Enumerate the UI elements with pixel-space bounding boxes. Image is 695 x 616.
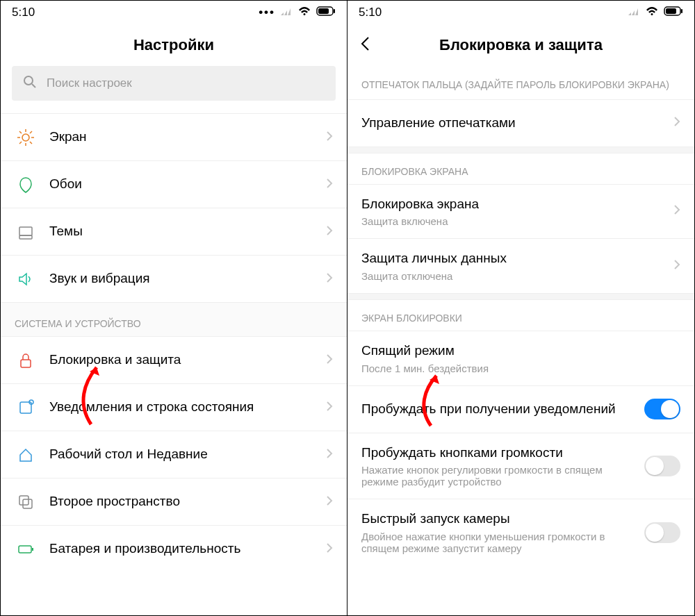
svg-rect-21: [19, 546, 31, 553]
chevron-right-icon: [326, 178, 333, 192]
toggle-switch[interactable]: [644, 399, 680, 419]
svg-line-11: [30, 142, 32, 144]
toggle-switch[interactable]: [644, 522, 680, 543]
row-label: Обои: [49, 176, 313, 193]
svg-rect-1: [334, 9, 335, 13]
battery-performance-icon: [15, 540, 37, 558]
status-bar: 5:10: [348, 1, 694, 24]
row-sub: Нажатие кнопок регулировки громкости в с…: [361, 464, 632, 488]
wifi-icon: [645, 6, 659, 19]
row-label: Уведомления и строка состояния: [49, 399, 313, 416]
chevron-right-icon: [326, 272, 333, 286]
row-label: Второе пространство: [49, 493, 313, 510]
status-time: 5:10: [12, 6, 35, 19]
row-quick-camera[interactable]: Быстрый запуск камеры Двойное нажатие кн…: [348, 499, 694, 565]
chevron-right-icon: [326, 401, 333, 415]
lock-icon: [15, 351, 37, 369]
page-header: Блокировка и защита: [348, 24, 694, 66]
row-label: Пробуждать кнопками громкости: [361, 444, 632, 462]
row-screen-lock[interactable]: Блокировка экрана Защита включена: [348, 184, 694, 239]
svg-rect-22: [32, 548, 33, 551]
row-label: Управление отпечатками: [361, 115, 661, 132]
svg-line-10: [19, 131, 22, 133]
row-notifications[interactable]: Уведомления и строка состояния: [1, 383, 347, 431]
status-indicators: •••: [259, 6, 336, 19]
row-sound[interactable]: Звук и вибрация: [1, 255, 347, 302]
lock-security-screen: 5:10 Блокировка и защита ОТПЕЧАТОК ПАЛЬЦ…: [348, 1, 694, 615]
toggle-switch[interactable]: [644, 456, 680, 476]
battery-icon: [664, 6, 683, 19]
row-label: Спящий режим: [361, 342, 680, 360]
chevron-right-icon: [326, 542, 333, 556]
row-label: Блокировка и защита: [49, 351, 313, 369]
row-privacy-protect[interactable]: Защита личных данных Защита отключена: [348, 238, 694, 293]
search-icon: [23, 75, 37, 92]
search-box[interactable]: [12, 66, 336, 101]
page-title: Настройки: [133, 36, 214, 54]
more-icon: •••: [259, 6, 275, 19]
row-label: Быстрый запуск камеры: [361, 510, 632, 528]
chevron-right-icon: [326, 495, 333, 509]
svg-rect-25: [666, 8, 676, 14]
battery-icon: [316, 6, 336, 19]
search-input[interactable]: [47, 76, 325, 90]
row-wake-notification[interactable]: Пробуждать при получении уведомлений: [348, 385, 694, 433]
section-fingerprint-header: ОТПЕЧАТОК ПАЛЬЦА (ЗАДАЙТЕ ПАРОЛЬ БЛОКИРО…: [348, 66, 694, 99]
row-label: Рабочий стол и Недавние: [49, 446, 313, 463]
svg-rect-20: [23, 499, 32, 508]
dual-space-icon: [15, 493, 37, 511]
svg-rect-2: [318, 8, 329, 14]
signal-icon: [280, 6, 293, 19]
status-indicators: [628, 6, 683, 19]
chevron-right-icon: [326, 448, 333, 462]
sun-icon: [15, 128, 37, 147]
back-button[interactable]: [360, 36, 370, 54]
row-wake-volume[interactable]: Пробуждать кнопками громкости Нажатие кн…: [348, 433, 694, 499]
chevron-right-icon: [673, 204, 680, 218]
svg-line-13: [30, 131, 32, 133]
svg-rect-15: [19, 235, 32, 239]
chevron-right-icon: [673, 116, 680, 130]
row-battery[interactable]: Батарея и производительность: [1, 525, 347, 572]
svg-point-3: [24, 76, 33, 85]
svg-line-4: [32, 84, 35, 88]
row-sleep[interactable]: Спящий режим После 1 мин. бездействия: [348, 331, 694, 385]
notification-icon: [15, 399, 37, 417]
row-label: Защита личных данных: [361, 250, 661, 267]
row-label: Экран: [49, 128, 313, 146]
svg-rect-14: [19, 227, 32, 235]
signal-icon: [628, 6, 640, 19]
themes-icon: [15, 223, 37, 241]
row-label: Блокировка экрана: [361, 196, 661, 213]
page-title: Блокировка и защита: [439, 36, 603, 54]
row-label: Звук и вибрация: [49, 270, 313, 288]
wallpaper-icon: [15, 176, 37, 194]
row-wallpaper[interactable]: Обои: [1, 160, 347, 208]
section-gap: [348, 293, 694, 300]
chevron-right-icon: [326, 353, 333, 367]
row-homescreen[interactable]: Рабочий стол и Недавние: [1, 431, 347, 478]
row-lock-security[interactable]: Блокировка и защита: [1, 336, 347, 383]
row-themes[interactable]: Темы: [1, 208, 347, 255]
home-icon: [15, 446, 37, 464]
row-fingerprint-manage[interactable]: Управление отпечатками: [348, 99, 694, 147]
row-sub: Защита отключена: [361, 270, 661, 282]
section-lockscreen-header: ЭКРАН БЛОКИРОВКИ: [348, 300, 694, 331]
status-bar: 5:10 •••: [1, 1, 347, 24]
svg-point-5: [22, 134, 29, 141]
wifi-icon: [297, 6, 311, 19]
row-second-space[interactable]: Второе пространство: [1, 478, 347, 525]
settings-screen: 5:10 ••• Настройки Экран Обои: [1, 1, 348, 615]
page-header: Настройки: [1, 24, 347, 66]
row-sub: Двойное нажатие кнопки уменьшения громко…: [361, 531, 632, 554]
row-sub: Защита включена: [361, 215, 661, 227]
sound-icon: [15, 270, 37, 288]
row-label: Пробуждать при получении уведомлений: [361, 401, 632, 418]
svg-rect-24: [681, 9, 682, 13]
row-label: Батарея и производительность: [49, 540, 313, 558]
status-time: 5:10: [359, 6, 382, 19]
section-lock-header: БЛОКИРОВКА ЭКРАНА: [348, 153, 694, 184]
row-display[interactable]: Экран: [1, 113, 347, 160]
chevron-right-icon: [326, 131, 333, 144]
svg-line-12: [19, 142, 22, 144]
